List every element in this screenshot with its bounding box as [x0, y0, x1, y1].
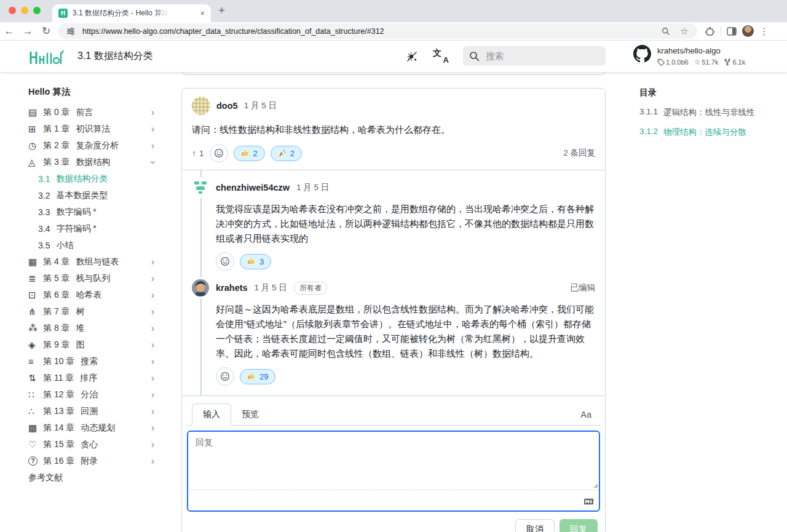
site-title: Hello 算法 [28, 86, 163, 98]
replies-count: 2 条回复 [563, 148, 595, 159]
browser-tab-strip: H 3.1 数据结构分类 - Hello 算法 × + [0, 0, 787, 22]
add-reaction-button[interactable] [216, 367, 234, 386]
avatar[interactable] [192, 97, 210, 115]
browser-tab[interactable]: H 3.1 数据结构分类 - Hello 算法 × [52, 4, 211, 22]
tab-write[interactable]: 输入 [192, 403, 231, 426]
profile-avatar[interactable] [742, 25, 754, 37]
search-input[interactable]: 搜索 [463, 46, 606, 66]
comment-author[interactable]: doo5 [216, 101, 238, 111]
markdown-icon[interactable] [583, 497, 594, 506]
backtracking-icon: ∴ [28, 406, 43, 417]
text-format-button[interactable]: Aa [580, 410, 595, 419]
sidebar-item[interactable]: ⊡ 第 6 章 哈希表 [18, 287, 163, 303]
sidebar-item[interactable]: 3.2 基本数据类型 [18, 187, 163, 204]
reload-icon[interactable]: ↻ [37, 25, 55, 38]
sidebar-item[interactable]: ? 第 16 章 附录 [18, 453, 163, 469]
hello-algo-logo[interactable] [28, 47, 64, 66]
tab-preview[interactable]: 预览 [231, 404, 269, 425]
chevron-icon [151, 456, 154, 467]
smiley-icon [220, 371, 230, 381]
sidebar-item[interactable]: ⊞ 第 1 章 初识算法 [18, 121, 163, 137]
thumbs-up-reaction[interactable]: 2 [234, 146, 265, 161]
comment-date: 1 月 5 日 [255, 282, 287, 293]
sidebar-item[interactable]: ◈ 第 9 章 图 [18, 336, 163, 353]
edited-label: 已编辑 [571, 282, 596, 293]
greedy-icon: ♡ [28, 439, 43, 450]
comment-body: 好问题～这因为哈希表底层是数组，所以包含线性数据结构。而为了解决哈希冲突，我们可… [216, 302, 595, 361]
chevron-icon [151, 124, 154, 135]
search-icon [469, 51, 480, 62]
sidebar-item[interactable]: ◬ 第 3 章 数据结构 [18, 154, 163, 170]
sidebar-item[interactable]: 3.1 数据结构分类 [18, 170, 163, 187]
bookmark-star-icon[interactable]: ☆ [678, 26, 691, 37]
chevron-icon [151, 389, 154, 400]
smiley-icon [214, 148, 224, 158]
toc-item[interactable]: 3.1.2 物理结构：连续与分散 [639, 127, 781, 138]
add-reaction-button[interactable] [210, 144, 228, 162]
search-placeholder: 搜索 [486, 50, 504, 62]
avatar[interactable] [192, 279, 209, 296]
chevron-icon [151, 256, 154, 268]
appendix-icon: ? [28, 456, 38, 466]
translate-icon[interactable]: 文A [433, 50, 449, 63]
thumbs-up-reaction[interactable]: 29 [240, 369, 275, 384]
comment-date: 1 月 5 日 [244, 100, 277, 111]
back-icon[interactable]: ← [0, 25, 18, 38]
minimize-window-button[interactable] [21, 7, 28, 14]
github-repo-link[interactable]: krahets/hello-algo 1.0.0b6 ☆51.7k 6.1k [633, 45, 745, 66]
editor-resize-divider[interactable] [188, 490, 599, 490]
sidebar-item[interactable]: ⇅ 第 11 章 排序 [18, 370, 163, 386]
sidebar-item[interactable]: ♡ 第 15 章 贪心 [18, 436, 163, 453]
browser-menu-icon[interactable]: ⋮ [757, 26, 771, 37]
comment-author[interactable]: krahets [216, 283, 248, 293]
sidebar-item[interactable]: ⁂ 第 8 章 堆 [18, 320, 163, 336]
add-reaction-button[interactable] [216, 252, 234, 271]
cancel-button[interactable]: 取消 [515, 519, 555, 532]
close-window-button[interactable] [9, 7, 16, 14]
new-tab-button[interactable]: + [218, 4, 225, 17]
reply-comment: krahets 1 月 5 日 所有者 已编辑 好问题～这因为哈希表底层是数组，… [192, 279, 595, 386]
sidebar-item[interactable]: ⋔ 第 7 章 树 [18, 303, 163, 320]
sidebar-item[interactable]: ◷ 第 2 章 复杂度分析 [18, 137, 163, 154]
comment: doo5 1 月 5 日 请问：线性数据结构和非线性数据结构，哈希表为什么都存在… [182, 89, 605, 170]
comment-author[interactable]: chenzhiwei54czw [216, 183, 290, 193]
address-bar[interactable]: https://www.hello-algo.com/chapter_data_… [58, 23, 697, 39]
site-settings-icon[interactable] [64, 27, 77, 36]
sidebar-item[interactable]: 参考文献 [18, 469, 163, 486]
sidebar-item[interactable]: ▤ 第 0 章 前言 [18, 104, 163, 121]
thumbs-up-reaction[interactable]: 3 [240, 254, 271, 269]
shapes-icon: ◬ [28, 157, 43, 168]
sidebar-item[interactable]: ≡ 第 10 章 搜索 [18, 353, 163, 370]
theme-toggle-icon[interactable] [406, 50, 418, 63]
sidebar-item[interactable]: ▩ 第 14 章 动态规划 [18, 419, 163, 436]
reply-textarea[interactable]: 回复 ◢ [187, 431, 600, 512]
sidebar-item[interactable]: ∷ 第 12 章 分治 [18, 386, 163, 403]
comment-date: 1 月 5 日 [296, 182, 329, 193]
divide-conquer-icon: ∷ [28, 389, 43, 400]
sidebar-item[interactable]: 3.4 字符编码 * [18, 220, 163, 237]
resize-grip-icon[interactable]: ◢ [593, 482, 598, 488]
sidebar-item[interactable]: 3.5 小结 [18, 237, 163, 253]
zoom-page-icon[interactable] [659, 27, 673, 36]
upvote-button[interactable]: ↑ 1 [192, 148, 204, 158]
page-title: 3.1 数据结构分类 [77, 50, 153, 63]
party-reaction[interactable]: 2 [271, 146, 302, 161]
toc-item[interactable]: 3.1.1 逻辑结构：线性与非线性 [639, 107, 781, 118]
tag-icon [657, 58, 665, 66]
url-text[interactable]: https://www.hello-algo.com/chapter_data_… [82, 27, 654, 36]
avatar[interactable] [192, 179, 209, 196]
extensions-icon[interactable] [703, 26, 717, 36]
stack-icon: ≣ [28, 273, 43, 284]
chapter-nav: Hello 算法 ▤ 第 0 章 前言 ⊞ 第 1 章 初识算法 ◷ 第 2 章… [18, 86, 163, 486]
forward-icon[interactable]: → [18, 25, 37, 38]
close-tab-icon[interactable]: × [200, 9, 205, 18]
side-panel-icon[interactable] [725, 27, 738, 36]
sidebar-item[interactable]: ▦ 第 4 章 数组与链表 [18, 253, 163, 270]
chevron-icon [151, 290, 154, 301]
thumbs-up-icon [247, 372, 256, 381]
submit-reply-button[interactable]: 回复 [560, 519, 598, 532]
sidebar-item[interactable]: ≣ 第 5 章 栈与队列 [18, 270, 163, 287]
zoom-window-button[interactable] [33, 7, 41, 14]
sidebar-item[interactable]: ∴ 第 13 章 回溯 [18, 403, 163, 419]
sidebar-item[interactable]: 3.3 数字编码 * [18, 204, 163, 220]
